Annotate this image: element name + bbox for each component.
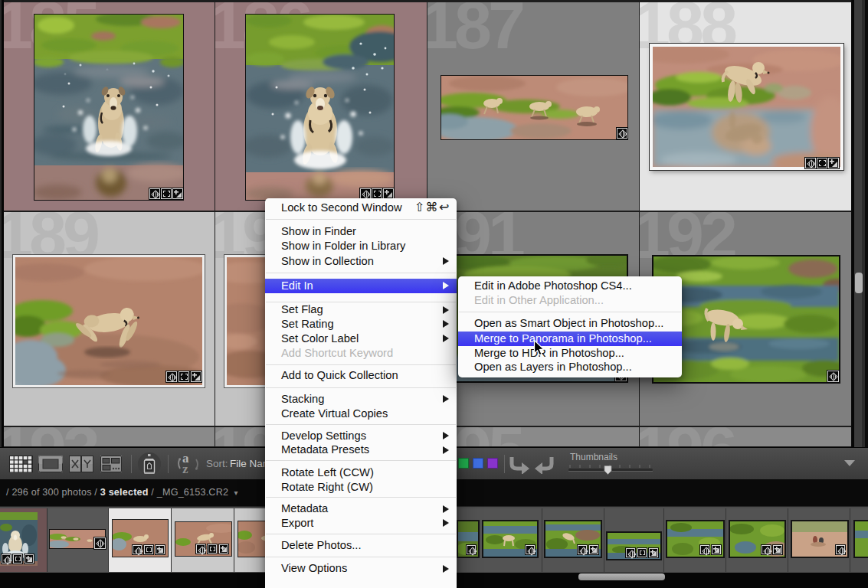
- svg-text:z: z: [182, 462, 188, 476]
